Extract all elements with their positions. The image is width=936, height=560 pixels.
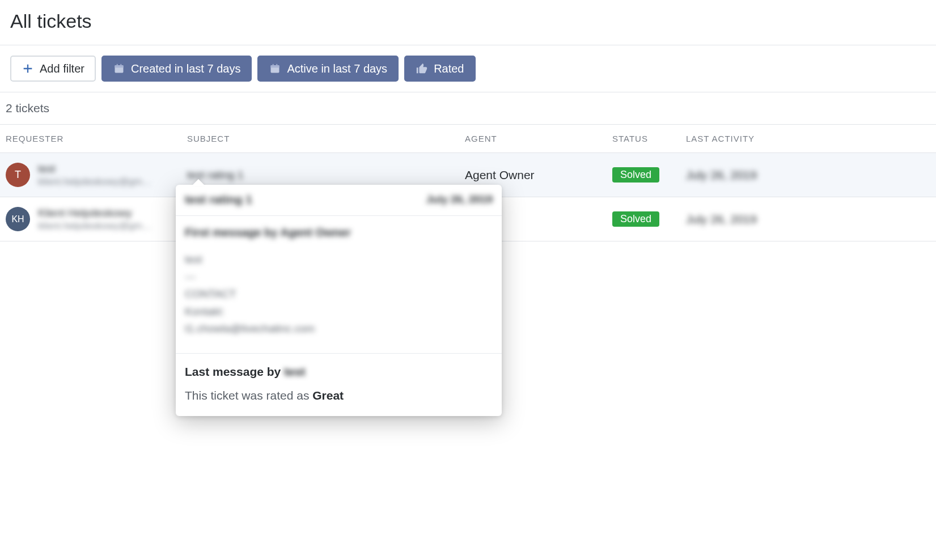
popover-date: July 26, 2019 [426, 193, 493, 206]
col-header-requester[interactable]: REQUESTER [6, 134, 187, 143]
filter-chip-active[interactable]: Active in last 7 days [257, 56, 399, 82]
status-badge: Solved [612, 167, 659, 183]
ticket-count: 2 tickets [0, 92, 936, 124]
ticket-preview-popover: test rating 1 July 26, 2019 First messag… [176, 185, 502, 241]
filter-bar: Add filter Created in last 7 days Active… [0, 45, 936, 92]
chip-label: Created in last 7 days [131, 62, 240, 75]
col-header-last-activity[interactable]: LAST ACTIVITY [686, 134, 930, 143]
svg-rect-7 [277, 64, 278, 66]
table-header-row: REQUESTER SUBJECT AGENT STATUS LAST ACTI… [0, 125, 936, 153]
subject-cell: test rating 1 [187, 169, 465, 181]
col-header-subject[interactable]: SUBJECT [187, 134, 465, 143]
activity-cell: July 26, 2019 [686, 168, 930, 182]
popover-header: test rating 1 July 26, 2019 [176, 185, 502, 216]
agent-cell: Agent Owner [465, 168, 612, 182]
popover-body: First message by Agent Owner test --- CO… [176, 216, 502, 241]
requester-text: Klient Helpdeskowy klient.helpdeskowy@gm… [38, 207, 152, 232]
requester-name: Klient Helpdeskowy [38, 207, 152, 219]
filter-chip-rated[interactable]: Rated [404, 56, 475, 82]
requester-text: test klient.helpdeskowy@gm… [38, 163, 152, 188]
add-filter-label: Add filter [40, 62, 84, 75]
avatar: KH [6, 207, 30, 231]
avatar: T [6, 163, 30, 187]
add-filter-button[interactable]: Add filter [10, 56, 96, 82]
svg-rect-5 [271, 65, 279, 67]
thumbs-up-icon [416, 62, 428, 75]
popover-arrow [192, 179, 205, 186]
requester-email: klient.helpdeskowy@gm… [38, 176, 152, 188]
activity-cell: July 26, 2019 [686, 213, 930, 226]
chip-label: Active in last 7 days [287, 62, 387, 75]
status-cell: Solved [612, 167, 686, 183]
svg-rect-6 [273, 64, 274, 66]
status-cell: Solved [612, 211, 686, 227]
page-title: All tickets [0, 0, 936, 45]
calendar-icon [113, 62, 125, 75]
requester-cell: KH Klient Helpdeskowy klient.helpdeskowy… [6, 207, 187, 232]
col-header-agent[interactable]: AGENT [465, 134, 612, 143]
requester-cell: T test klient.helpdeskowy@gm… [6, 163, 187, 188]
requester-name: test [38, 163, 152, 175]
first-message-by: First message by Agent Owner [185, 226, 493, 239]
popover-subject: test rating 1 [185, 193, 252, 206]
calendar-icon [269, 62, 281, 75]
svg-rect-3 [120, 64, 121, 66]
svg-rect-1 [115, 65, 123, 67]
chip-label: Rated [434, 62, 464, 75]
filter-chip-created[interactable]: Created in last 7 days [101, 56, 252, 82]
status-badge: Solved [612, 211, 659, 227]
requester-email: klient.helpdeskowy@gm… [38, 220, 152, 232]
plus-icon [22, 62, 34, 75]
svg-rect-2 [117, 64, 118, 66]
col-header-status[interactable]: STATUS [612, 134, 686, 143]
